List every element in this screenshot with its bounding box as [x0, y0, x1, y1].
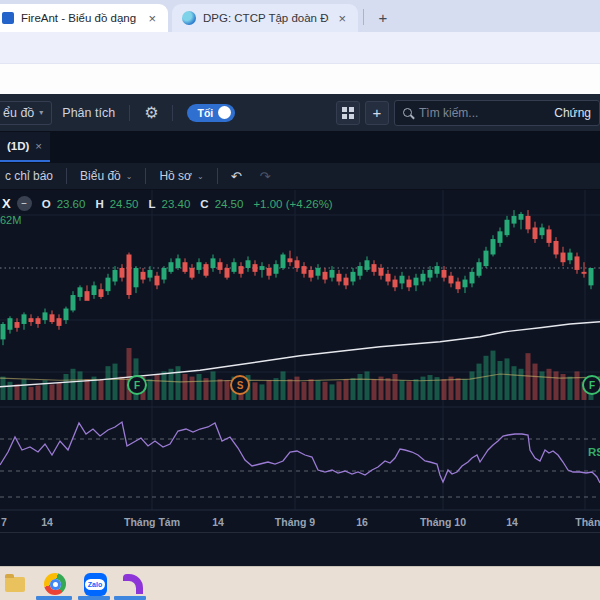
candle-body	[288, 258, 293, 262]
candle-body	[183, 262, 188, 272]
volume-bar	[323, 382, 328, 400]
active-app-indicator	[114, 596, 146, 600]
volume-bar	[330, 384, 335, 400]
volume-bar	[267, 380, 272, 400]
redo-button[interactable]: ↷	[251, 169, 280, 184]
candle-body	[127, 254, 132, 295]
candle-body	[267, 268, 272, 276]
search-placeholder: Tìm kiếm...	[419, 106, 547, 120]
x-axis-label[interactable]: 14	[212, 516, 224, 528]
search-category[interactable]: Chứng	[554, 106, 591, 120]
x-axis-label[interactable]: Tháng Tám	[124, 516, 180, 528]
volume-bar	[498, 361, 503, 400]
volume-bar	[260, 384, 265, 400]
candle-body	[309, 270, 314, 278]
candle-body	[582, 272, 587, 274]
x-axis-label[interactable]: 16	[356, 516, 368, 528]
volume-bar	[309, 379, 314, 400]
x-axis-label[interactable]: Tháng 10	[420, 516, 466, 528]
volume-bar	[295, 377, 300, 400]
profile-menu-button[interactable]: Hồ sơ ⌄	[150, 169, 212, 183]
chart-type-dropdown[interactable]: ểu đồ ▾	[0, 101, 52, 125]
chevron-down-icon: ▾	[39, 108, 43, 117]
doc-tab-1d[interactable]: (1D) ×	[0, 132, 50, 162]
zalo-taskbar-button[interactable]: Zalo	[82, 571, 108, 597]
chrome-taskbar-button[interactable]	[42, 571, 68, 597]
purple-app-taskbar-button[interactable]	[120, 571, 146, 597]
doc-tab-label: (1D)	[7, 140, 29, 152]
indicators-label: c chỉ báo	[5, 169, 53, 183]
candle-body	[477, 262, 482, 276]
candle-body	[162, 268, 167, 280]
candle-body	[484, 251, 489, 266]
volume-bar	[365, 371, 370, 400]
analysis-menu[interactable]: Phân tích	[52, 94, 125, 131]
grid-icon	[342, 107, 354, 119]
divider	[217, 168, 218, 184]
x-axis-label[interactable]: 7	[1, 516, 7, 528]
chart-menu-button[interactable]: Biểu đồ ⌄	[71, 169, 141, 183]
search-input[interactable]: Tìm kiếm... Chứng	[394, 100, 600, 126]
candle-body	[274, 264, 279, 274]
close-icon[interactable]: ×	[35, 140, 42, 152]
indicators-button[interactable]: c chỉ báo	[0, 169, 62, 183]
volume-bar	[8, 382, 13, 400]
new-tab-button[interactable]: +	[372, 7, 394, 29]
volume-bar	[477, 364, 482, 400]
volume-bar	[85, 379, 90, 400]
screen: { "browser": { "tabs": [ { "title": "Fir…	[0, 0, 600, 600]
x-axis-label[interactable]: 14	[506, 516, 518, 528]
volume-bar	[554, 371, 559, 400]
volume-bar	[113, 364, 118, 400]
settings-button[interactable]: ⚙	[134, 94, 168, 131]
browser-tab-fireant[interactable]: FireAnt - Biểu đồ dạng TAB ×	[0, 4, 168, 32]
volume-bar	[505, 358, 510, 400]
close-value: 24.50	[215, 198, 244, 210]
tab-close-icon[interactable]: ×	[146, 11, 158, 26]
x-axis-label[interactable]: 14	[41, 516, 53, 528]
candle-body	[407, 280, 412, 288]
volume-bar	[547, 369, 552, 400]
chevron-down-icon: ⌄	[197, 172, 204, 181]
volume-bar	[211, 371, 216, 400]
candle-body	[50, 314, 55, 322]
candle-body	[295, 260, 300, 268]
candle-body	[400, 276, 405, 284]
chart-footer	[0, 532, 600, 566]
volume-value: 62M	[0, 214, 21, 226]
candle-body	[155, 276, 160, 286]
candle-body	[71, 295, 76, 310]
candle-body	[393, 280, 398, 288]
undo-button[interactable]: ↶	[222, 169, 251, 184]
low-label: L	[149, 198, 156, 210]
collapse-icon[interactable]: −	[17, 196, 32, 211]
windows-taskbar: Zalo	[0, 566, 600, 600]
candle-body	[134, 268, 139, 287]
volume-bar	[120, 377, 125, 400]
volume-bar	[1, 377, 6, 400]
browser-tab-dpg[interactable]: DPG: CTCP Tập đoàn Đạt Phươ ×	[172, 4, 358, 32]
tab-close-icon[interactable]: ×	[336, 11, 348, 26]
folder-taskbar-button[interactable]	[2, 571, 28, 597]
candle-body	[281, 254, 286, 268]
browser-address-bar-area[interactable]	[0, 32, 600, 64]
layout-grid-button[interactable]	[336, 101, 360, 125]
candle-body	[449, 276, 454, 284]
chart-panel[interactable]: FSF714Tháng Tám14Tháng 916Tháng 1014Thán…	[0, 190, 600, 532]
candle-body	[463, 280, 468, 288]
candle-body	[302, 266, 307, 274]
candle-body	[470, 272, 475, 284]
x-axis-label[interactable]: Tháng 11	[575, 516, 600, 528]
candle-body	[526, 216, 531, 230]
x-axis-label[interactable]: Tháng 9	[275, 516, 315, 528]
candle-body	[491, 239, 496, 254]
chart-label: Biểu đồ	[80, 169, 121, 183]
candlestick-chart[interactable]: FSF714Tháng Tám14Tháng 916Tháng 1014Thán…	[0, 190, 600, 532]
candle-body	[337, 274, 342, 282]
chrome-icon	[44, 573, 66, 595]
candle-body	[365, 260, 370, 270]
candle-body	[15, 322, 20, 328]
add-panel-button[interactable]: +	[365, 101, 389, 125]
candle-body	[372, 264, 377, 272]
dark-theme-toggle[interactable]: Tối	[187, 104, 235, 122]
